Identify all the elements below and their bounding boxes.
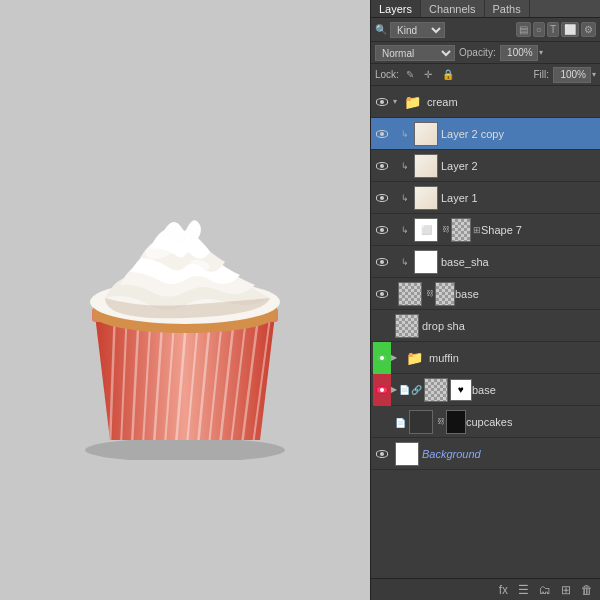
layer-name: Layer 2: [441, 160, 598, 172]
chain-link-icon: ⛓: [426, 289, 434, 298]
visibility-toggle[interactable]: [373, 246, 391, 278]
collapse-arrow[interactable]: ▾: [393, 97, 397, 106]
mask-thumbnail: [446, 410, 466, 434]
visibility-toggle[interactable]: [373, 214, 391, 246]
search-icon: 🔍: [375, 24, 387, 35]
cupcake-image: [40, 140, 330, 460]
expand-arrow[interactable]: ▶: [391, 353, 397, 362]
new-group-btn[interactable]: 🗂: [536, 582, 554, 598]
layer-row[interactable]: ↳ Layer 2: [371, 150, 600, 182]
visibility-toggle[interactable]: [373, 278, 391, 310]
opacity-arrow[interactable]: ▾: [539, 48, 543, 57]
fill-arrow[interactable]: ▾: [592, 70, 596, 79]
smart-object-icon: 📄: [395, 418, 406, 428]
tab-channels[interactable]: Channels: [421, 0, 484, 17]
mask-chain: ⬜ ⛓: [411, 218, 471, 242]
eye-icon: [376, 354, 388, 362]
layer-row[interactable]: ▶ 📁 muffin: [371, 342, 600, 374]
panel-tabs: Layers Channels Paths: [371, 0, 600, 18]
layer-thumbnail: [424, 378, 448, 402]
tab-paths[interactable]: Paths: [485, 0, 530, 17]
lock-position-btn[interactable]: 🔒: [439, 68, 457, 81]
eye-icon: [376, 226, 388, 234]
mask-thumbnail: [435, 282, 455, 306]
vector-mask-icon: ⊞: [473, 225, 481, 235]
layer-row[interactable]: ⛓ base: [371, 278, 600, 310]
mask-chain: ⛓: [406, 410, 466, 434]
add-mask-btn[interactable]: ☰: [515, 582, 532, 598]
chain-link-icon: ⛓: [442, 225, 450, 234]
filter-bar: 🔍 Kind ▤ ○ T ⬜ ⚙: [371, 18, 600, 42]
delete-layer-btn[interactable]: 🗑: [578, 582, 596, 598]
layer-name: Shape 7: [481, 224, 598, 236]
visibility-toggle[interactable]: [373, 406, 391, 438]
layer-name: cream: [427, 96, 598, 108]
link-icon: ↳: [401, 257, 411, 267]
lock-transparency-btn[interactable]: ✎: [403, 68, 417, 81]
filter-type-icon[interactable]: T: [547, 22, 559, 37]
mask-thumbnail: [451, 218, 471, 242]
lock-bar: Lock: ✎ ✛ 🔒 Fill: 100% ▾: [371, 64, 600, 86]
layer-name: Background: [422, 448, 598, 460]
layer-row[interactable]: 📄 ⛓ cupcakes: [371, 406, 600, 438]
layer-thumbnail: [395, 314, 419, 338]
layer-thumbnail: ⬜: [414, 218, 438, 242]
layer-thumbnail: [395, 442, 419, 466]
layer-name: muffin: [429, 352, 598, 364]
layer-thumbnail: [414, 186, 438, 210]
visibility-toggle[interactable]: [373, 342, 391, 374]
layer-row[interactable]: ▾ 📁 cream: [371, 86, 600, 118]
layer-thumbnail: [398, 282, 422, 306]
canvas-area: [0, 0, 370, 600]
eye-icon: [376, 194, 388, 202]
layer-row[interactable]: ↳ base_sha: [371, 246, 600, 278]
eye-icon: [376, 258, 388, 266]
fill-value[interactable]: 100%: [553, 67, 591, 83]
kind-select[interactable]: Kind: [390, 22, 445, 38]
blend-mode-select[interactable]: Normal: [375, 45, 455, 61]
visibility-toggle[interactable]: [373, 150, 391, 182]
filter-shape-icon[interactable]: ⬜: [561, 22, 579, 37]
svg-point-0: [85, 438, 285, 460]
layer-thumbnail: [414, 122, 438, 146]
visibility-toggle[interactable]: [373, 374, 391, 406]
layer-row[interactable]: ↳ Layer 1: [371, 182, 600, 214]
layer-row[interactable]: ↳ Layer 2 copy: [371, 118, 600, 150]
opacity-value[interactable]: 100%: [500, 45, 538, 61]
eye-icon: [376, 450, 388, 458]
opacity-label: Opacity:: [459, 47, 496, 58]
lock-image-btn[interactable]: ✛: [421, 68, 435, 81]
layer-row[interactable]: ▶ 📄 🔗 ♥ base: [371, 374, 600, 406]
tab-layers[interactable]: Layers: [371, 0, 421, 17]
add-effect-btn[interactable]: fx: [496, 582, 511, 598]
mask-chain: ⛓: [395, 282, 455, 306]
expand-arrow[interactable]: ▶: [391, 385, 397, 394]
layer-thumbnail: 📁: [400, 90, 424, 114]
visibility-toggle[interactable]: [373, 118, 391, 150]
filter-smart-icon[interactable]: ⚙: [581, 22, 596, 37]
eye-icon: [376, 162, 388, 170]
layer-name: base: [455, 288, 598, 300]
visibility-toggle[interactable]: [373, 182, 391, 214]
link-icon: ↳: [401, 129, 411, 139]
layer-name: Layer 2 copy: [441, 128, 598, 140]
visibility-toggle[interactable]: [373, 310, 391, 342]
filter-pixel-icon[interactable]: ▤: [516, 22, 531, 37]
filter-icons: ▤ ○ T ⬜ ⚙: [516, 22, 596, 37]
mask-thumbnail: ♥: [450, 379, 472, 401]
filter-adjust-icon[interactable]: ○: [533, 22, 545, 37]
layers-bottom-toolbar: fx ☰ 🗂 ⊞ 🗑: [371, 578, 600, 600]
lock-label: Lock:: [375, 69, 399, 80]
link-icon: ↳: [401, 161, 411, 171]
new-layer-btn[interactable]: ⊞: [558, 582, 574, 598]
layer-row[interactable]: Background: [371, 438, 600, 470]
layers-panel: Layers Channels Paths 🔍 Kind ▤ ○ T ⬜ ⚙ N…: [370, 0, 600, 600]
chain-link-icon: ⛓: [437, 417, 445, 426]
visibility-toggle[interactable]: [373, 438, 391, 470]
smart-object-badge: 📄: [395, 416, 406, 428]
layer-row[interactable]: ↳ ⬜ ⛓ ⊞ Shape 7: [371, 214, 600, 246]
layer-name: cupcakes: [466, 416, 598, 428]
visibility-toggle[interactable]: [373, 86, 391, 118]
eye-icon: [376, 98, 388, 106]
layer-row[interactable]: drop sha: [371, 310, 600, 342]
